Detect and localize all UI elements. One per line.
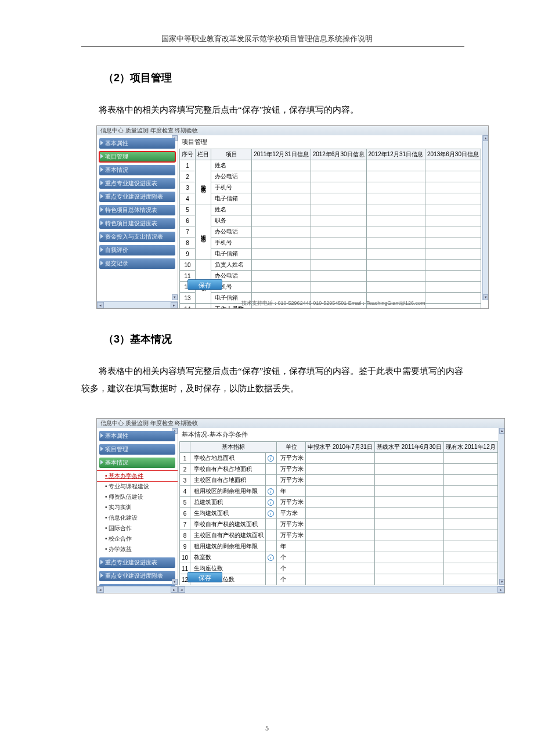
main2-hscroll[interactable]: ◂ ▸: [178, 586, 504, 593]
value-cell[interactable]: [374, 464, 443, 475]
info-icon[interactable]: i: [268, 488, 274, 495]
value-cell[interactable]: [311, 182, 366, 193]
sidebar-item[interactable]: 基本情况: [99, 165, 175, 175]
value-cell[interactable]: [306, 541, 375, 552]
value-cell[interactable]: [425, 204, 481, 215]
value-cell[interactable]: [252, 182, 311, 193]
sidebar-item[interactable]: 提交记录: [99, 258, 175, 269]
value-cell[interactable]: [366, 171, 425, 182]
hscroll2-right[interactable]: ▸: [171, 586, 178, 593]
value-cell[interactable]: [366, 237, 425, 249]
value-cell[interactable]: [306, 486, 375, 497]
value-cell[interactable]: [311, 193, 366, 204]
vscroll2-up[interactable]: ▴: [499, 428, 504, 434]
value-cell[interactable]: [425, 237, 481, 249]
value-cell[interactable]: [306, 497, 375, 508]
value-cell[interactable]: [443, 508, 497, 519]
value-cell[interactable]: [374, 508, 443, 519]
main2-hscroll-right[interactable]: ▸: [497, 586, 504, 593]
info-cell[interactable]: i: [266, 453, 277, 464]
sidebar-item[interactable]: 基本情况: [99, 458, 175, 468]
value-cell[interactable]: [311, 271, 366, 282]
value-cell[interactable]: [443, 453, 497, 464]
value-cell[interactable]: [443, 486, 497, 497]
value-cell[interactable]: [311, 160, 366, 171]
value-cell[interactable]: [366, 249, 425, 260]
info-cell[interactable]: i: [266, 486, 277, 497]
value-cell[interactable]: [443, 530, 497, 541]
value-cell[interactable]: [306, 519, 375, 530]
value-cell[interactable]: [443, 475, 497, 486]
value-cell[interactable]: [252, 204, 311, 215]
sidebar-subitem[interactable]: • 办学效益: [97, 544, 178, 555]
value-cell[interactable]: [425, 249, 481, 260]
sidebar-item[interactable]: 重点专业建设进度附表: [99, 571, 175, 581]
value-cell[interactable]: [374, 563, 443, 574]
save-button-2[interactable]: 保存: [187, 572, 222, 582]
info-cell[interactable]: i: [266, 497, 277, 508]
sidebar-item[interactable]: 项目管理: [99, 152, 175, 162]
save-button[interactable]: 保存: [187, 279, 222, 290]
sidebar-item[interactable]: 特色项目建设进度表: [99, 218, 175, 229]
value-cell[interactable]: [366, 226, 425, 237]
value-cell[interactable]: [311, 171, 366, 182]
value-cell[interactable]: [425, 260, 481, 271]
value-cell[interactable]: [425, 282, 481, 293]
value-cell[interactable]: [443, 541, 497, 552]
hscroll-right[interactable]: ▸: [171, 302, 178, 308]
value-cell[interactable]: [425, 215, 481, 226]
value-cell[interactable]: [366, 282, 425, 293]
value-cell[interactable]: [374, 453, 443, 464]
value-cell[interactable]: [306, 552, 375, 563]
sidebar-subitem[interactable]: • 信息化建设: [97, 513, 178, 523]
value-cell[interactable]: [306, 464, 375, 475]
info-cell[interactable]: i: [266, 508, 277, 519]
sidebar-item[interactable]: 基本属性: [99, 138, 175, 149]
value-cell[interactable]: [252, 171, 311, 182]
sidebar-subitem[interactable]: • 师资队伍建设: [97, 492, 178, 502]
sidebar2-scroll-down[interactable]: ▾: [172, 579, 178, 585]
value-cell[interactable]: [366, 160, 425, 171]
main-vscroll[interactable]: ▴ ▾: [482, 135, 488, 300]
value-cell[interactable]: [374, 497, 443, 508]
value-cell[interactable]: [311, 215, 366, 226]
value-cell[interactable]: [306, 508, 375, 519]
main2-hscroll-left[interactable]: ◂: [178, 586, 185, 593]
value-cell[interactable]: [252, 249, 311, 260]
sidebar-hscroll[interactable]: ◂ ▸: [97, 301, 178, 308]
sidebar-subitem[interactable]: • 实习实训: [97, 502, 178, 513]
sidebar-scroll-down[interactable]: ▾: [172, 294, 178, 300]
value-cell[interactable]: [366, 193, 425, 204]
value-cell[interactable]: [311, 249, 366, 260]
value-cell[interactable]: [306, 574, 375, 585]
value-cell[interactable]: [306, 563, 375, 574]
value-cell[interactable]: [374, 475, 443, 486]
value-cell[interactable]: [311, 226, 366, 237]
info-icon[interactable]: i: [268, 555, 274, 561]
sidebar-subitem[interactable]: • 基本办学条件: [97, 471, 178, 481]
value-cell[interactable]: [425, 182, 481, 193]
sidebar-item[interactable]: 重点专业建设进度表: [99, 557, 175, 568]
sidebar-subitem[interactable]: • 国际合作: [97, 523, 178, 534]
value-cell[interactable]: [443, 519, 497, 530]
value-cell[interactable]: [425, 271, 481, 282]
info-icon[interactable]: i: [268, 499, 274, 506]
sidebar-item[interactable]: 自我评价: [99, 245, 175, 255]
value-cell[interactable]: [311, 260, 366, 271]
value-cell[interactable]: [425, 160, 481, 171]
sidebar-item[interactable]: 重点专业建设进度附表: [99, 192, 175, 202]
value-cell[interactable]: [306, 453, 375, 464]
value-cell[interactable]: [252, 237, 311, 249]
info-icon[interactable]: i: [268, 455, 274, 462]
sidebar-item[interactable]: 特色项目总体情况表: [99, 205, 175, 215]
main2-vscroll[interactable]: ▴ ▾: [499, 428, 504, 585]
sidebar-subitem[interactable]: • 专业与课程建设: [97, 481, 178, 492]
value-cell[interactable]: [306, 475, 375, 486]
sidebar-item[interactable]: 重点专业建设进度表: [99, 178, 175, 189]
value-cell[interactable]: [374, 552, 443, 563]
value-cell[interactable]: [252, 271, 311, 282]
sidebar-item[interactable]: 基本属性: [99, 431, 175, 441]
value-cell[interactable]: [443, 574, 497, 585]
value-cell[interactable]: [374, 541, 443, 552]
value-cell[interactable]: [443, 563, 497, 574]
